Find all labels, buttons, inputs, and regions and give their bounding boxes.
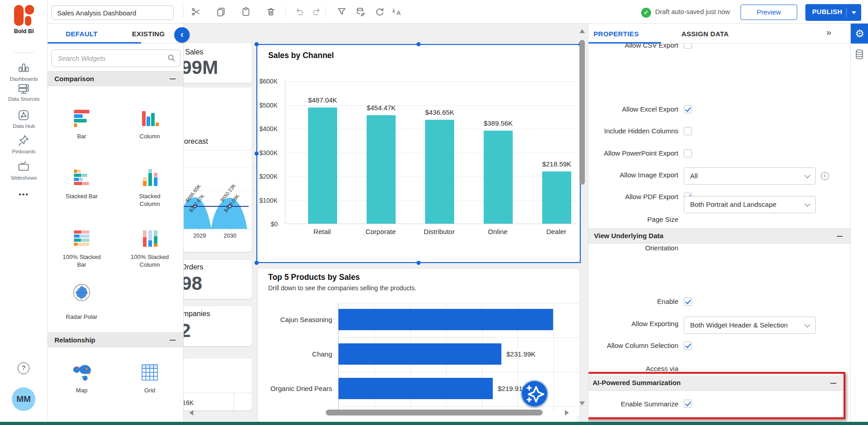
help-icon[interactable]: ?	[18, 362, 29, 374]
section-header-ai-summarization[interactable]: AI-Powered Summarization	[588, 376, 843, 391]
ai-summarize-button[interactable]	[522, 381, 547, 406]
access-via-select[interactable]: Both Widget Header & Selection	[684, 317, 816, 334]
tab-default[interactable]: DEFAULT	[52, 30, 111, 38]
kpi-card-sales[interactable]: Sales 99M	[184, 43, 252, 83]
collapse-minus-icon[interactable]	[170, 340, 176, 341]
widget-label-100-stacked-column[interactable]: 100% Stacked Column	[129, 253, 170, 269]
section-header-comparison[interactable]: Comparison	[48, 71, 184, 86]
checkbox-allow-csv-export[interactable]	[684, 44, 692, 49]
forecast-card[interactable]: Forecast $666.65K $392.67K $650.23K $409…	[184, 88, 252, 252]
sidebar-item-dashboards[interactable]	[17, 62, 30, 74]
vertical-scroll-down-arrow[interactable]	[579, 401, 585, 405]
collapse-minus-icon[interactable]	[837, 236, 843, 237]
refresh-icon[interactable]	[374, 6, 385, 17]
widget-label-radar-polar[interactable]: Radar Polar	[61, 313, 102, 321]
selection-handle[interactable]	[255, 151, 259, 156]
orientation-select[interactable]: Both Portrait and Landscape	[684, 196, 816, 213]
checkbox-include-hidden-columns[interactable]	[684, 127, 692, 135]
selection-handle[interactable]	[417, 261, 421, 265]
datasource-edit-icon[interactable]	[355, 6, 366, 17]
vertical-scrollbar-thumb[interactable]	[579, 40, 585, 185]
kpi-card-companies[interactable]: Companies 2	[184, 306, 252, 346]
bar-chang[interactable]	[338, 343, 501, 365]
section-header-relationship[interactable]: Relationship	[48, 332, 184, 347]
bar-online[interactable]	[484, 131, 513, 224]
bar-organic-dried-pears[interactable]	[338, 378, 493, 399]
sidebar-label-pinboards[interactable]: Pinboards	[0, 149, 48, 154]
widget-label-100-stacked-bar[interactable]: 100% Stacked Bar	[61, 253, 102, 269]
dashboard-canvas[interactable]: Sales 99M Forecast $666.65K $392.67K $65…	[184, 24, 588, 425]
checkbox-allow-excel-export[interactable]	[684, 105, 692, 113]
selection-handle[interactable]	[255, 42, 259, 46]
sidebar-label-dashboards[interactable]: Dashboards	[0, 76, 48, 82]
sidebar-item-data-hub[interactable]	[17, 109, 30, 122]
horizontal-scroll-right-arrow[interactable]	[565, 410, 569, 415]
horizontal-scrollbar-thumb[interactable]	[326, 410, 543, 415]
delete-icon[interactable]	[265, 6, 276, 17]
sidebar-item-pinboards[interactable]	[17, 134, 30, 147]
preview-button[interactable]: Preview	[740, 5, 797, 20]
sidebar-label-data-sources[interactable]: Data Sources	[0, 96, 48, 102]
copy-icon[interactable]	[216, 6, 226, 17]
sidebar-more-icon[interactable]: •••	[0, 191, 48, 199]
tab-existing[interactable]: EXISTING	[119, 30, 178, 38]
widget-label-map[interactable]: Map	[61, 386, 102, 394]
bar-corporate[interactable]	[367, 115, 396, 224]
database-icon[interactable]	[855, 49, 864, 61]
user-avatar[interactable]: MM	[12, 387, 35, 411]
sidebar-item-data-sources[interactable]	[17, 83, 30, 95]
widget-label-grid[interactable]: Grid	[129, 386, 170, 394]
filter-icon[interactable]	[336, 6, 347, 17]
vertical-scroll-up-arrow[interactable]	[579, 29, 585, 33]
info-icon[interactable]: i	[821, 172, 829, 180]
widget-label-stacked-column[interactable]: Stacked Column	[129, 192, 170, 208]
gear-icon[interactable]: ⚙	[851, 24, 868, 44]
tab-properties[interactable]: PROPERTIES	[593, 30, 652, 38]
paste-icon[interactable]	[240, 6, 251, 17]
widget-icon-100-stacked-bar[interactable]	[71, 228, 92, 249]
collapse-minus-icon[interactable]	[170, 78, 176, 79]
horizontal-scroll-left-arrow[interactable]	[189, 410, 193, 415]
bar-distributor[interactable]	[425, 120, 454, 224]
collapse-minus-icon[interactable]	[830, 383, 836, 384]
selection-handle[interactable]	[417, 42, 421, 46]
widget-label-bar[interactable]: Bar	[61, 132, 102, 140]
search-icon[interactable]	[167, 54, 176, 63]
section-header-view-underlying-data[interactable]: View Underlying Data	[588, 228, 851, 244]
search-input[interactable]	[51, 49, 181, 67]
widget-icon-map[interactable]	[71, 362, 92, 383]
sidebar-label-data-hub[interactable]: Data Hub	[0, 123, 48, 129]
publish-dropdown-caret[interactable]	[852, 11, 856, 14]
checkbox-allow-powerpoint-export[interactable]	[684, 149, 692, 157]
page-size-select[interactable]: All	[684, 167, 816, 185]
widget-icon-column[interactable]	[139, 107, 160, 128]
widget-icon-grid[interactable]	[139, 362, 160, 383]
widget-icon-radar-polar[interactable]	[71, 282, 92, 303]
redo-icon[interactable]	[311, 6, 322, 17]
panel-collapse-button[interactable]: ‹	[174, 27, 190, 43]
widget-icon-stacked-column[interactable]	[139, 167, 160, 188]
sidebar-label-slideshows[interactable]: Slideshows	[0, 175, 48, 181]
translate-icon[interactable]: ẋA	[391, 6, 404, 17]
widget-label-column[interactable]: Column	[129, 132, 170, 140]
selection-handle[interactable]	[255, 261, 259, 265]
checkbox-allow-column-selection[interactable]	[684, 342, 692, 350]
widget-icon-stacked-bar[interactable]	[71, 167, 92, 188]
checkbox-enable-summarize[interactable]	[684, 400, 692, 408]
bar-retail[interactable]	[308, 107, 337, 224]
kpi-card-orders[interactable]: Orders 98	[184, 260, 252, 299]
sidebar-item-slideshows[interactable]	[17, 161, 30, 173]
undo-icon[interactable]	[294, 6, 305, 17]
widget-icon-bar[interactable]	[71, 107, 92, 128]
widget-icon-100-stacked-column[interactable]	[139, 228, 160, 249]
widget-label-stacked-bar[interactable]: Stacked Bar	[61, 192, 102, 200]
cut-icon[interactable]	[191, 6, 201, 17]
sales-by-channel-card[interactable]: Sales by Channel $487.04K$454.47K$436.65…	[258, 45, 579, 262]
partial-table-card[interactable]: 16K	[184, 358, 252, 410]
boldbi-logo[interactable]	[12, 4, 36, 27]
bar-dealer[interactable]	[542, 171, 571, 224]
panel-expand-icon[interactable]: »	[826, 27, 831, 38]
dashboard-title-input[interactable]	[51, 5, 174, 20]
publish-button[interactable]: PUBLISH	[805, 4, 861, 21]
bar-cajun-seasoning[interactable]	[338, 309, 553, 330]
